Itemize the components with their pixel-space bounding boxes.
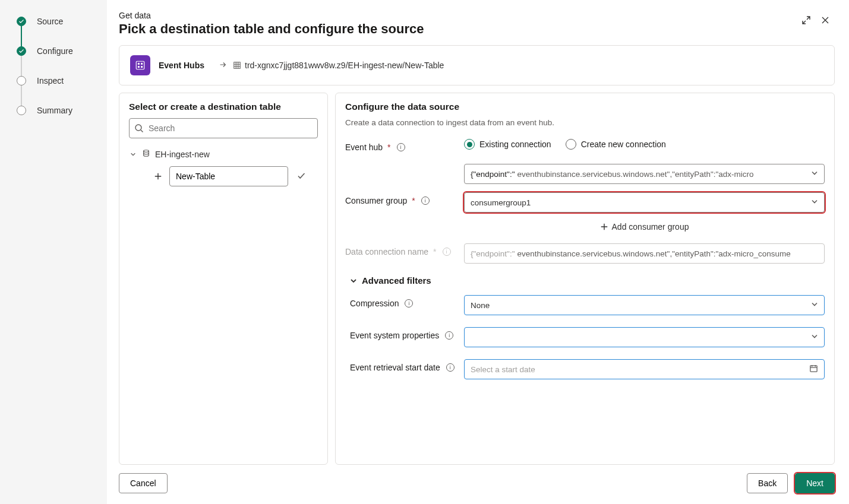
consumer-group-label: Consumer group*i	[345, 192, 464, 205]
step-configure[interactable]: Configure	[17, 44, 107, 58]
right-pane-title: Configure the data source	[345, 102, 825, 112]
main-content: Get data Pick a destination table and co…	[107, 0, 849, 504]
chevron-down-icon	[811, 333, 818, 342]
plus-icon	[600, 223, 608, 231]
chevron-down-icon	[811, 170, 818, 179]
next-button[interactable]: Next	[795, 473, 835, 493]
expand-icon[interactable]	[797, 11, 816, 30]
svg-rect-0	[136, 61, 144, 69]
breadcrumb-path: trd-xgnxc7jjgt881wwv8w.z9/EH-ingest-new/…	[245, 61, 444, 70]
left-pane-title: Select or create a destination table	[129, 102, 318, 112]
svg-rect-8	[810, 366, 817, 372]
step-label: Configure	[37, 46, 73, 56]
cancel-button[interactable]: Cancel	[119, 473, 168, 493]
table-name-input[interactable]	[169, 166, 288, 186]
svg-rect-5	[234, 62, 241, 69]
search-input[interactable]	[129, 118, 318, 138]
wizard-sidebar: Source Configure Inspect Summary	[0, 0, 107, 504]
step-dot-done-icon	[17, 17, 26, 26]
tree-caret-icon[interactable]	[129, 150, 137, 159]
step-label: Source	[37, 17, 63, 26]
info-icon[interactable]: i	[443, 248, 451, 256]
step-source[interactable]: Source	[17, 14, 107, 28]
info-icon[interactable]: i	[445, 331, 453, 340]
compression-label: Compressioni	[345, 295, 464, 308]
step-dot-pending-icon	[17, 76, 26, 85]
startdate-picker[interactable]: Select a start date	[464, 359, 825, 379]
compression-select[interactable]: None	[464, 295, 825, 315]
calendar-icon	[809, 364, 818, 375]
systemprops-label: Event system propertiesi	[345, 327, 464, 340]
back-button[interactable]: Back	[747, 473, 788, 493]
confirm-check-icon[interactable]	[296, 171, 306, 182]
breadcrumb: Event Hubs trd-xgnxc7jjgt881wwv8w.z9/EH-…	[119, 45, 835, 85]
step-dot-pending-icon	[17, 106, 26, 115]
arrow-right-icon	[219, 61, 227, 71]
eventhub-label: Event hub*i	[345, 139, 464, 152]
info-icon[interactable]: i	[421, 196, 430, 205]
search-icon	[134, 123, 144, 133]
radio-existing-connection[interactable]: Existing connection	[464, 139, 551, 150]
info-icon[interactable]: i	[446, 363, 455, 372]
step-label: Inspect	[37, 76, 64, 85]
add-consumer-group-button[interactable]: Add consumer group	[600, 222, 689, 232]
configure-source-pane: Configure the data source Create a data …	[335, 93, 835, 465]
page-title: Pick a destination table and configure t…	[119, 21, 797, 37]
chevron-down-icon	[811, 301, 818, 310]
svg-rect-2	[141, 63, 143, 65]
svg-rect-3	[138, 66, 140, 68]
step-summary[interactable]: Summary	[17, 103, 107, 118]
right-pane-subtitle: Create a data connection to ingest data …	[345, 118, 825, 127]
chevron-down-icon	[811, 198, 818, 207]
info-icon[interactable]: i	[405, 299, 413, 308]
consumer-group-select[interactable]: consumergroup1	[464, 192, 825, 213]
info-icon[interactable]: i	[397, 143, 405, 151]
svg-point-6	[135, 125, 141, 131]
page-kicker: Get data	[119, 11, 797, 20]
svg-rect-4	[141, 66, 143, 68]
svg-rect-1	[138, 63, 140, 65]
step-dot-done-icon	[17, 46, 26, 56]
advanced-filters-toggle[interactable]: Advanced filters	[350, 275, 825, 286]
breadcrumb-source: Event Hubs	[159, 61, 204, 70]
footer-bar: Cancel Back Next	[119, 473, 835, 493]
close-icon[interactable]	[816, 11, 835, 30]
chevron-down-icon	[350, 277, 357, 284]
database-name[interactable]: EH-ingest-new	[155, 150, 210, 159]
dataconnection-name-input: {"endpoint":" eventhubinstance.servicebu…	[464, 243, 825, 264]
step-label: Summary	[37, 106, 72, 115]
destination-table-pane: Select or create a destination table EH-…	[119, 93, 328, 465]
table-icon	[233, 61, 241, 69]
step-inspect[interactable]: Inspect	[17, 74, 107, 88]
add-table-button[interactable]	[152, 170, 165, 183]
eventhubs-icon	[130, 55, 150, 75]
database-icon	[142, 149, 150, 159]
systemprops-select[interactable]	[464, 327, 825, 347]
eventhub-connection-select[interactable]: {"endpoint":" eventhubinstance.servicebu…	[464, 164, 825, 184]
radio-create-new-connection[interactable]: Create new connection	[566, 139, 666, 150]
svg-point-7	[144, 150, 149, 153]
startdate-label: Event retrieval start datei	[345, 359, 464, 372]
dataconnection-name-label: Data connection name*i	[345, 243, 464, 256]
